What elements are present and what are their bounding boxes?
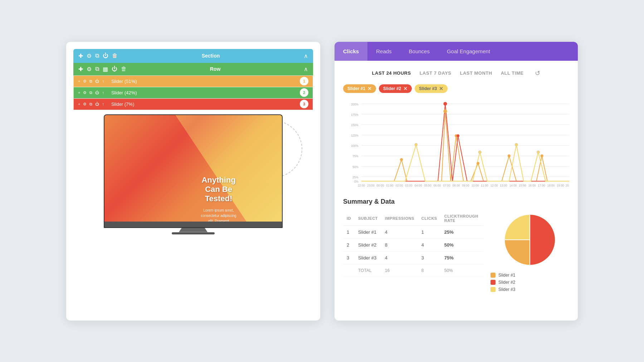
gear-icon[interactable]: ⚙ — [87, 53, 92, 59]
s3-power[interactable]: ⏻ — [95, 102, 99, 106]
s3-gear[interactable]: ⚙ — [83, 102, 87, 106]
svg-text:02:00: 02:00 — [396, 184, 403, 187]
svg-text:19:00: 19:00 — [557, 184, 564, 187]
svg-text:13:00: 13:00 — [500, 184, 507, 187]
data-table: ID SUBJECT IMPRESSIONS CLICKS CLICKTHROU… — [343, 211, 483, 277]
tab-bounces[interactable]: Bounces — [400, 42, 438, 61]
svg-text:00:00: 00:00 — [377, 184, 384, 187]
copy-icon[interactable]: ⧉ — [95, 53, 99, 59]
slider2-label: Slider (42%) — [111, 90, 308, 95]
laptop-foot — [172, 232, 215, 234]
s1-gear[interactable]: ⚙ — [83, 79, 87, 84]
s1-chart[interactable]: ↑ — [102, 79, 104, 83]
s2-plus[interactable]: + — [78, 90, 80, 95]
s2-copy[interactable]: ⧉ — [89, 90, 92, 95]
s2-gear[interactable]: ⚙ — [83, 90, 87, 95]
point-o2 — [443, 109, 447, 113]
time-filters: LAST 24 HOURS LAST 7 DAYS LAST MONTH ALL… — [343, 69, 569, 77]
row1-rate: 25% — [441, 225, 483, 238]
s3-copy[interactable]: ⧉ — [89, 102, 92, 106]
refresh-button[interactable]: ↺ — [535, 69, 540, 77]
tag-slider2-close[interactable]: ✕ — [403, 86, 408, 91]
total-impressions: 16 — [381, 264, 418, 277]
s1-power[interactable]: ⏻ — [95, 79, 99, 83]
row-copy-icon[interactable]: ⧉ — [95, 66, 99, 72]
total-label: TOTAL — [355, 264, 381, 277]
svg-text:01:00: 01:00 — [386, 184, 394, 187]
row2-subject: Slider #2 — [355, 238, 381, 251]
s1-copy[interactable]: ⧉ — [89, 79, 92, 84]
row-collapse-icon[interactable]: ∧ — [304, 66, 308, 73]
laptop-content: Anything Can Be Tested! Lorem ipsum amet… — [193, 168, 244, 222]
section-bar-icons: ✚ ⚙ ⧉ ⏻ 🗑 — [78, 53, 118, 59]
trash-icon[interactable]: 🗑 — [112, 53, 118, 59]
point-y3 — [515, 143, 518, 146]
slider3-badge: 3 — [300, 100, 308, 108]
svg-text:150%: 150% — [351, 123, 359, 127]
svg-text:25%: 25% — [353, 175, 359, 179]
legend-dot-slider3 — [491, 287, 496, 292]
laptop-slide-title: Anything Can Be Tested! — [200, 175, 237, 203]
s2-chart[interactable]: ↑ — [102, 90, 104, 95]
s2-power[interactable]: ⏻ — [95, 90, 99, 95]
row3-impressions: 4 — [381, 251, 418, 264]
slider3-label: Slider (7%) — [111, 101, 308, 107]
point-o5 — [508, 154, 511, 157]
row-gear-icon[interactable]: ⚙ — [87, 66, 92, 73]
filter-tag-slider3[interactable]: Slider #3 ✕ — [415, 84, 448, 93]
section-collapse-icon[interactable]: ∧ — [304, 53, 308, 59]
tag-slider1-close[interactable]: ✕ — [367, 86, 372, 91]
total-row: TOTAL 16 8 50% — [343, 264, 483, 277]
tab-goal-engagement[interactable]: Goal Engagement — [438, 42, 499, 61]
section-bar: ✚ ⚙ ⧉ ⏻ 🗑 Section ∧ — [73, 49, 313, 63]
section-title: Section — [202, 53, 220, 59]
tab-reads[interactable]: Reads — [367, 42, 400, 61]
row1-clicks: 1 — [418, 225, 441, 238]
filter-tag-slider2[interactable]: Slider #2 ✕ — [379, 84, 412, 93]
svg-text:11:00: 11:00 — [481, 184, 488, 187]
laptop-wrapper: ‹ Anything Can Be Tested! Lorem ipsum am… — [73, 114, 313, 234]
svg-text:17:00: 17:00 — [538, 184, 545, 187]
legend-label-slider1: Slider #1 — [498, 273, 515, 278]
pie-section: Slider #1 Slider #2 Slider #3 — [491, 211, 569, 292]
tag-slider3-close[interactable]: ✕ — [439, 86, 443, 91]
svg-text:05:00: 05:00 — [424, 184, 431, 187]
total-rate: 50% — [441, 264, 483, 277]
tag-slider3-label: Slider #3 — [419, 86, 437, 91]
chart-area: .grid-line { stroke: #e8e8e8; stroke-wid… — [343, 100, 569, 189]
total-clicks: 8 — [418, 264, 441, 277]
s1-plus[interactable]: + — [78, 79, 80, 83]
svg-text:200%: 200% — [351, 103, 359, 106]
slider1-label: Slider (51%) — [111, 79, 308, 84]
svg-text:14:00: 14:00 — [509, 184, 517, 187]
row-power-icon[interactable]: ⏻ — [112, 66, 117, 72]
filter-tag-slider1[interactable]: Slider #1 ✕ — [343, 84, 376, 93]
filter-all-time[interactable]: ALL TIME — [501, 70, 524, 76]
s3-chart[interactable]: ↑ — [102, 102, 104, 106]
row-trash-icon[interactable]: 🗑 — [121, 66, 127, 72]
point-r1 — [443, 102, 447, 105]
slider-row-3: + ⚙ ⧉ ⏻ ↑ Slider (7%) 3 — [74, 99, 313, 110]
laptop-stand — [179, 228, 208, 232]
point-y1 — [415, 143, 418, 146]
right-panel: Clicks Reads Bounces Goal Engagement LAS… — [335, 42, 578, 321]
row-plus-icon[interactable]: ✚ — [78, 66, 83, 73]
row3-id: 3 — [343, 251, 355, 264]
svg-text:22:00: 22:00 — [358, 184, 365, 187]
line-slider3 — [361, 145, 569, 181]
slider2-badge: 2 — [300, 88, 308, 97]
row-grid-icon[interactable]: ▦ — [103, 66, 108, 73]
filter-last-24h[interactable]: LAST 24 HOURS — [372, 70, 411, 76]
svg-text:18:00: 18:00 — [547, 184, 555, 187]
s3-plus[interactable]: + — [78, 102, 80, 106]
tab-clicks[interactable]: Clicks — [335, 42, 367, 61]
svg-text:125%: 125% — [351, 134, 359, 137]
laptop-screen: ‹ Anything Can Be Tested! Lorem ipsum am… — [104, 114, 283, 222]
plus-icon[interactable]: ✚ — [78, 53, 83, 59]
row3-clicks: 3 — [418, 251, 441, 264]
filter-last-month[interactable]: LAST MONTH — [460, 70, 492, 76]
point-o4 — [477, 162, 479, 164]
row-bar-icons: ✚ ⚙ ⧉ ▦ ⏻ 🗑 — [78, 66, 127, 73]
filter-last-7d[interactable]: LAST 7 DAYS — [420, 70, 452, 76]
power-icon[interactable]: ⏻ — [103, 53, 108, 59]
